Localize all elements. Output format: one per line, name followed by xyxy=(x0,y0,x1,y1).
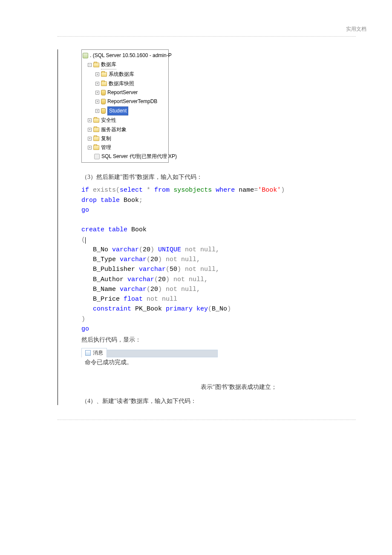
kw-varchar2: varchar xyxy=(120,256,147,263)
page-bottom-rule xyxy=(58,420,356,420)
star: * xyxy=(143,187,154,194)
col-btype: B_Type xyxy=(81,256,120,263)
expand-icon[interactable]: + xyxy=(95,109,99,113)
agent-icon xyxy=(94,154,100,159)
tree-databases-label: 数据库 xyxy=(101,60,116,69)
kw-drop: drop xyxy=(81,197,97,204)
expand-icon[interactable]: + xyxy=(88,137,92,141)
bno2: B_No xyxy=(212,305,227,313)
expand-icon[interactable]: + xyxy=(88,146,92,150)
lp6: ( xyxy=(208,305,212,313)
semi: ; xyxy=(139,197,143,204)
expand-icon[interactable]: + xyxy=(95,72,99,76)
kw-varchar: varchar xyxy=(112,246,139,253)
tree-student-label: Student xyxy=(107,106,128,115)
tree-management-label: 管理 xyxy=(101,144,111,152)
tree-management[interactable]: + 管理 xyxy=(83,143,167,152)
database-icon xyxy=(101,99,106,104)
tbl-book2: Book xyxy=(127,226,147,233)
str-book: 'Book' xyxy=(258,187,281,194)
message-icon xyxy=(85,350,91,356)
rp2: ) xyxy=(158,256,162,263)
comma5: , xyxy=(196,286,200,293)
kw-go: go xyxy=(81,207,89,214)
rp5: ) xyxy=(158,286,162,293)
comma2: , xyxy=(196,256,200,263)
lp4: ( xyxy=(154,276,158,283)
tree-databases[interactable]: − 数据库 xyxy=(83,60,167,70)
nn2: not null xyxy=(162,256,196,263)
kw-create: create xyxy=(81,226,104,233)
tree-serverobj-label: 服务器对象 xyxy=(101,126,127,134)
sp xyxy=(170,187,173,194)
kw-varchar5: varchar xyxy=(120,286,147,293)
tree-serverobj[interactable]: + 服务器对象 xyxy=(83,125,167,134)
kw-table2: table xyxy=(108,226,127,233)
lp: ( xyxy=(139,246,143,253)
tbl-book: Book xyxy=(120,197,139,204)
step3-text: （3）然后新建"图书"数据库，输入如下代码： xyxy=(81,173,356,181)
tree-root-label: . (SQL Server 10.50.1600 - admin-P xyxy=(90,52,172,60)
comma3: , xyxy=(216,266,219,273)
comma: , xyxy=(216,246,219,253)
expand-icon[interactable]: + xyxy=(88,118,92,122)
kw-constraint: constraint xyxy=(93,305,131,313)
message-content: 命令已成功完成。 xyxy=(81,357,218,366)
lp2: ( xyxy=(147,256,150,263)
folder-icon xyxy=(93,118,99,123)
kw-varchar4: varchar xyxy=(127,276,154,283)
database-icon xyxy=(101,90,106,95)
kw-from: from xyxy=(154,187,170,194)
expand-icon[interactable]: + xyxy=(95,82,99,86)
lparen: ( xyxy=(116,187,120,194)
tree-snapshot[interactable]: + 数据库快照 xyxy=(83,79,167,88)
tree-report-label: ReportServer xyxy=(107,89,138,97)
lp3: ( xyxy=(166,266,170,273)
tree-student[interactable]: + Student xyxy=(83,106,167,116)
tree-root[interactable]: . (SQL Server 10.50.1600 - admin-P xyxy=(83,51,167,60)
col-bprice: B_Price xyxy=(81,296,124,303)
n20b: 20 xyxy=(150,256,158,263)
lparen2: ( xyxy=(81,236,85,244)
expand-icon[interactable]: + xyxy=(95,100,99,104)
folder-icon xyxy=(93,145,99,150)
expand-icon[interactable]: + xyxy=(88,128,92,132)
col-name: name xyxy=(235,187,254,194)
folder-icon xyxy=(93,127,99,132)
n20c: 20 xyxy=(158,276,166,283)
kw-unique: UNIQUE xyxy=(154,246,181,253)
kw-key: key xyxy=(196,305,208,313)
sysobjects: sysobjects xyxy=(173,187,212,194)
tree-agent[interactable]: SQL Server 代理(已禁用代理 XP) xyxy=(83,152,167,161)
tree-agent-label: SQL Server 代理(已禁用代理 XP) xyxy=(101,152,177,161)
tree-reporttmp[interactable]: + ReportServerTempDB xyxy=(83,97,167,106)
collapse-icon[interactable]: − xyxy=(88,63,92,67)
kw-exists: exists xyxy=(93,187,116,194)
kw-if: if xyxy=(81,187,89,194)
kw-select: select xyxy=(120,187,143,194)
then-exec-text: 然后执行代码，显示： xyxy=(81,336,356,344)
col-bauth: B_Author xyxy=(81,276,127,283)
tree-security-label: 安全性 xyxy=(101,116,116,124)
tree-security[interactable]: + 安全性 xyxy=(83,116,167,125)
tree-sysdb[interactable]: + 系统数据库 xyxy=(83,70,167,79)
tree-report[interactable]: + ReportServer xyxy=(83,88,167,97)
expand-icon[interactable]: + xyxy=(95,91,99,95)
folder-icon xyxy=(101,72,107,77)
rp: ) xyxy=(150,246,154,253)
rp3: ) xyxy=(177,266,181,273)
message-tab[interactable]: 消息 xyxy=(81,348,107,357)
sql-code-block-1: if exists(select * from sysobjects where… xyxy=(81,185,356,334)
col-bname: B_Name xyxy=(81,286,120,293)
comma4: , xyxy=(204,276,208,283)
result-caption: 表示"图书"数据表成功建立； xyxy=(81,383,356,391)
folder-icon xyxy=(101,81,107,86)
col-bpub: B_Publisher xyxy=(81,266,139,273)
step4-text: （4）、新建"读者"数据库，输入如下代码： xyxy=(81,397,356,405)
n20d: 20 xyxy=(150,286,158,293)
content-frame: . (SQL Server 10.50.1600 - admin-P − 数据库… xyxy=(58,36,356,408)
message-panel: 消息 命令已成功完成。 xyxy=(81,348,218,366)
content-frame-inner: . (SQL Server 10.50.1600 - admin-P − 数据库… xyxy=(58,49,356,405)
tree-replication[interactable]: + 复制 xyxy=(83,134,167,143)
kw-primary: primary xyxy=(166,305,193,313)
